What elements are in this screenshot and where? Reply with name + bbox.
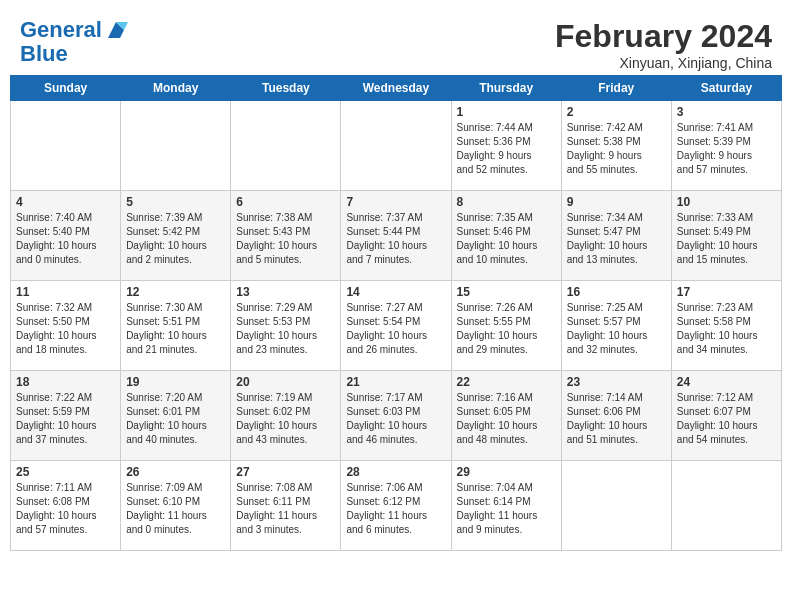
- logo-blue-text: Blue: [20, 41, 68, 66]
- day-info: Sunrise: 7:26 AM Sunset: 5:55 PM Dayligh…: [457, 301, 556, 357]
- day-number: 12: [126, 285, 225, 299]
- day-info: Sunrise: 7:44 AM Sunset: 5:36 PM Dayligh…: [457, 121, 556, 177]
- day-number: 19: [126, 375, 225, 389]
- day-number: 27: [236, 465, 335, 479]
- day-number: 2: [567, 105, 666, 119]
- logo-text: General: [20, 18, 102, 42]
- empty-cell: [561, 461, 671, 551]
- day-cell-24: 24Sunrise: 7:12 AM Sunset: 6:07 PM Dayli…: [671, 371, 781, 461]
- day-cell-9: 9Sunrise: 7:34 AM Sunset: 5:47 PM Daylig…: [561, 191, 671, 281]
- day-cell-26: 26Sunrise: 7:09 AM Sunset: 6:10 PM Dayli…: [121, 461, 231, 551]
- day-number: 25: [16, 465, 115, 479]
- day-number: 17: [677, 285, 776, 299]
- day-cell-2: 2Sunrise: 7:42 AM Sunset: 5:38 PM Daylig…: [561, 101, 671, 191]
- day-number: 11: [16, 285, 115, 299]
- day-info: Sunrise: 7:17 AM Sunset: 6:03 PM Dayligh…: [346, 391, 445, 447]
- weekday-header-wednesday: Wednesday: [341, 76, 451, 101]
- day-number: 10: [677, 195, 776, 209]
- day-number: 4: [16, 195, 115, 209]
- day-number: 1: [457, 105, 556, 119]
- day-info: Sunrise: 7:39 AM Sunset: 5:42 PM Dayligh…: [126, 211, 225, 267]
- day-cell-25: 25Sunrise: 7:11 AM Sunset: 6:08 PM Dayli…: [11, 461, 121, 551]
- empty-cell: [11, 101, 121, 191]
- day-number: 8: [457, 195, 556, 209]
- week-row-3: 11Sunrise: 7:32 AM Sunset: 5:50 PM Dayli…: [11, 281, 782, 371]
- day-cell-5: 5Sunrise: 7:39 AM Sunset: 5:42 PM Daylig…: [121, 191, 231, 281]
- weekday-header-thursday: Thursday: [451, 76, 561, 101]
- day-info: Sunrise: 7:42 AM Sunset: 5:38 PM Dayligh…: [567, 121, 666, 177]
- day-number: 13: [236, 285, 335, 299]
- day-cell-11: 11Sunrise: 7:32 AM Sunset: 5:50 PM Dayli…: [11, 281, 121, 371]
- calendar-title: February 2024: [555, 18, 772, 55]
- day-number: 20: [236, 375, 335, 389]
- day-cell-14: 14Sunrise: 7:27 AM Sunset: 5:54 PM Dayli…: [341, 281, 451, 371]
- day-cell-27: 27Sunrise: 7:08 AM Sunset: 6:11 PM Dayli…: [231, 461, 341, 551]
- day-number: 21: [346, 375, 445, 389]
- day-cell-8: 8Sunrise: 7:35 AM Sunset: 5:46 PM Daylig…: [451, 191, 561, 281]
- day-number: 9: [567, 195, 666, 209]
- day-cell-18: 18Sunrise: 7:22 AM Sunset: 5:59 PM Dayli…: [11, 371, 121, 461]
- day-info: Sunrise: 7:33 AM Sunset: 5:49 PM Dayligh…: [677, 211, 776, 267]
- day-info: Sunrise: 7:06 AM Sunset: 6:12 PM Dayligh…: [346, 481, 445, 537]
- day-info: Sunrise: 7:20 AM Sunset: 6:01 PM Dayligh…: [126, 391, 225, 447]
- title-area: February 2024 Xinyuan, Xinjiang, China: [555, 18, 772, 71]
- week-row-5: 25Sunrise: 7:11 AM Sunset: 6:08 PM Dayli…: [11, 461, 782, 551]
- day-cell-28: 28Sunrise: 7:06 AM Sunset: 6:12 PM Dayli…: [341, 461, 451, 551]
- day-number: 14: [346, 285, 445, 299]
- day-number: 7: [346, 195, 445, 209]
- day-number: 5: [126, 195, 225, 209]
- day-number: 28: [346, 465, 445, 479]
- day-number: 29: [457, 465, 556, 479]
- day-cell-29: 29Sunrise: 7:04 AM Sunset: 6:14 PM Dayli…: [451, 461, 561, 551]
- day-cell-22: 22Sunrise: 7:16 AM Sunset: 6:05 PM Dayli…: [451, 371, 561, 461]
- week-row-4: 18Sunrise: 7:22 AM Sunset: 5:59 PM Dayli…: [11, 371, 782, 461]
- day-info: Sunrise: 7:14 AM Sunset: 6:06 PM Dayligh…: [567, 391, 666, 447]
- week-row-2: 4Sunrise: 7:40 AM Sunset: 5:40 PM Daylig…: [11, 191, 782, 281]
- day-info: Sunrise: 7:09 AM Sunset: 6:10 PM Dayligh…: [126, 481, 225, 537]
- week-row-1: 1Sunrise: 7:44 AM Sunset: 5:36 PM Daylig…: [11, 101, 782, 191]
- day-cell-17: 17Sunrise: 7:23 AM Sunset: 5:58 PM Dayli…: [671, 281, 781, 371]
- day-number: 3: [677, 105, 776, 119]
- day-cell-16: 16Sunrise: 7:25 AM Sunset: 5:57 PM Dayli…: [561, 281, 671, 371]
- day-info: Sunrise: 7:32 AM Sunset: 5:50 PM Dayligh…: [16, 301, 115, 357]
- day-info: Sunrise: 7:16 AM Sunset: 6:05 PM Dayligh…: [457, 391, 556, 447]
- empty-cell: [341, 101, 451, 191]
- weekday-header-sunday: Sunday: [11, 76, 121, 101]
- day-cell-4: 4Sunrise: 7:40 AM Sunset: 5:40 PM Daylig…: [11, 191, 121, 281]
- day-number: 16: [567, 285, 666, 299]
- day-cell-10: 10Sunrise: 7:33 AM Sunset: 5:49 PM Dayli…: [671, 191, 781, 281]
- day-cell-12: 12Sunrise: 7:30 AM Sunset: 5:51 PM Dayli…: [121, 281, 231, 371]
- weekday-header-friday: Friday: [561, 76, 671, 101]
- day-number: 15: [457, 285, 556, 299]
- weekday-header-monday: Monday: [121, 76, 231, 101]
- day-number: 24: [677, 375, 776, 389]
- empty-cell: [121, 101, 231, 191]
- weekday-header-saturday: Saturday: [671, 76, 781, 101]
- calendar-table: SundayMondayTuesdayWednesdayThursdayFrid…: [10, 75, 782, 551]
- day-cell-13: 13Sunrise: 7:29 AM Sunset: 5:53 PM Dayli…: [231, 281, 341, 371]
- header: General Blue February 2024 Xinyuan, Xinj…: [10, 10, 782, 75]
- day-info: Sunrise: 7:23 AM Sunset: 5:58 PM Dayligh…: [677, 301, 776, 357]
- day-info: Sunrise: 7:38 AM Sunset: 5:43 PM Dayligh…: [236, 211, 335, 267]
- day-number: 18: [16, 375, 115, 389]
- day-info: Sunrise: 7:35 AM Sunset: 5:46 PM Dayligh…: [457, 211, 556, 267]
- day-cell-20: 20Sunrise: 7:19 AM Sunset: 6:02 PM Dayli…: [231, 371, 341, 461]
- day-info: Sunrise: 7:04 AM Sunset: 6:14 PM Dayligh…: [457, 481, 556, 537]
- day-number: 22: [457, 375, 556, 389]
- day-cell-6: 6Sunrise: 7:38 AM Sunset: 5:43 PM Daylig…: [231, 191, 341, 281]
- day-cell-15: 15Sunrise: 7:26 AM Sunset: 5:55 PM Dayli…: [451, 281, 561, 371]
- day-cell-1: 1Sunrise: 7:44 AM Sunset: 5:36 PM Daylig…: [451, 101, 561, 191]
- day-info: Sunrise: 7:27 AM Sunset: 5:54 PM Dayligh…: [346, 301, 445, 357]
- day-number: 23: [567, 375, 666, 389]
- day-cell-19: 19Sunrise: 7:20 AM Sunset: 6:01 PM Dayli…: [121, 371, 231, 461]
- day-info: Sunrise: 7:30 AM Sunset: 5:51 PM Dayligh…: [126, 301, 225, 357]
- day-cell-7: 7Sunrise: 7:37 AM Sunset: 5:44 PM Daylig…: [341, 191, 451, 281]
- empty-cell: [231, 101, 341, 191]
- day-info: Sunrise: 7:41 AM Sunset: 5:39 PM Dayligh…: [677, 121, 776, 177]
- day-info: Sunrise: 7:40 AM Sunset: 5:40 PM Dayligh…: [16, 211, 115, 267]
- logo-icon: [104, 18, 128, 42]
- day-info: Sunrise: 7:22 AM Sunset: 5:59 PM Dayligh…: [16, 391, 115, 447]
- day-info: Sunrise: 7:34 AM Sunset: 5:47 PM Dayligh…: [567, 211, 666, 267]
- day-info: Sunrise: 7:19 AM Sunset: 6:02 PM Dayligh…: [236, 391, 335, 447]
- day-info: Sunrise: 7:12 AM Sunset: 6:07 PM Dayligh…: [677, 391, 776, 447]
